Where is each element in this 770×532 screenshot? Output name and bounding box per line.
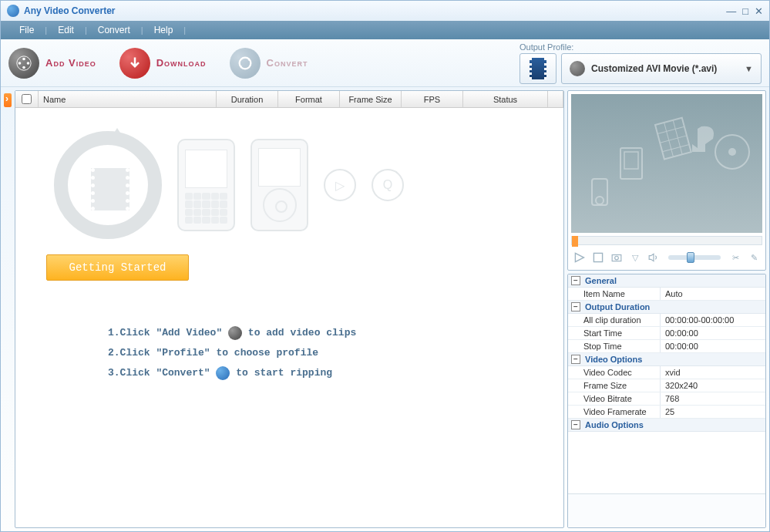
section-video-options[interactable]: −Video Options [568,353,765,366]
inline-convert-icon [216,366,230,380]
svg-point-4 [18,62,22,65]
prop-stop-time[interactable]: Stop Time00:00:00 [568,340,765,353]
menu-file[interactable]: File [8,25,45,35]
section-output-duration[interactable]: −Output Duration [568,301,765,314]
download-label: Download [156,57,207,69]
col-format[interactable]: Format [278,91,340,107]
svg-point-2 [27,62,30,65]
preview-box: ▽ ✂ ✎ [567,90,766,271]
play-button[interactable] [573,251,587,264]
settings-button[interactable]: ✎ [747,251,761,264]
gear-icon [570,61,585,76]
instructions: 1.Click "Add Video" to add video clips 2… [108,323,548,383]
prop-item-name[interactable]: Item NameAuto [568,288,765,301]
col-checkbox [15,91,39,107]
prop-frame-size[interactable]: Frame Size320x240 [568,379,765,392]
properties-footer [568,493,765,527]
maximize-button[interactable]: □ [742,5,748,17]
menu-edit[interactable]: Edit [47,25,85,35]
menu-help[interactable]: Help [143,25,184,35]
phone-device-icon [177,139,235,231]
prop-all-clip-duration[interactable]: All clip duration00:00:00-00:00:00 [568,314,765,327]
properties-scroll[interactable]: −General Item NameAuto −Output Duration … [568,274,765,493]
profile-select[interactable]: Customized AVI Movie (*.avi) ▼ [561,53,762,84]
convert-icon [230,48,261,79]
profile-icon-button[interactable] [519,53,556,84]
col-fps[interactable]: FPS [402,91,463,107]
app-window: Any Video Converter — □ ✕ File| Edit| Co… [0,0,770,532]
volume-button[interactable] [647,251,661,264]
menu-convert[interactable]: Convert [87,25,141,35]
svg-point-6 [596,197,604,204]
svg-point-3 [22,66,25,69]
section-general[interactable]: −General [568,274,765,288]
placeholder-illustration: ▷ Q [54,131,548,239]
menubar: File| Edit| Convert| Help| [1,21,769,39]
snapshot-button[interactable] [610,251,624,264]
instruction-2: 2.Click "Profile" to choose profile [108,343,548,363]
collapse-icon[interactable]: − [571,355,580,364]
col-status[interactable]: Status [463,91,548,107]
col-frame-size[interactable]: Frame Size [340,91,402,107]
table-body: ▷ Q Getting Started 1.Click "Add Video" … [15,108,563,527]
svg-line-11 [660,136,687,143]
col-duration[interactable]: Duration [217,91,278,107]
right-panel: ▽ ✂ ✎ −General Item NameAuto −Output Dur… [567,90,766,528]
app-title: Any Video Converter [24,5,115,16]
prop-video-codec[interactable]: Video Codecxvid [568,366,765,379]
titlebar: Any Video Converter — □ ✕ [1,1,769,21]
collapse-icon[interactable]: − [571,420,580,429]
cut-button[interactable]: ✂ [728,251,742,264]
minimize-button[interactable]: — [726,5,736,17]
toolbar: Add Video Download Convert Output Profil… [1,39,769,87]
add-video-button[interactable]: Add Video [8,48,96,79]
volume-thumb[interactable] [687,252,694,263]
svg-line-10 [657,126,684,133]
player-controls: ▽ ✂ ✎ [571,248,762,267]
play-circle-icon: ▷ [324,169,356,201]
output-profile-area: Output Profile: Customized AVI Movie (*.… [519,42,762,84]
instruction-1: 1.Click "Add Video" to add video clips [108,323,548,343]
svg-line-12 [662,144,689,151]
inline-film-icon [228,326,242,340]
chevron-down-icon: ▼ [745,64,753,73]
section-audio-options[interactable]: −Audio Options [568,419,765,432]
col-name[interactable]: Name [39,91,217,107]
select-all-checkbox[interactable] [22,94,32,104]
svg-point-1 [22,57,25,60]
side-panel-handle[interactable] [4,93,12,107]
film-strip-icon [530,58,546,79]
window-controls: — □ ✕ [726,5,763,17]
seek-slider[interactable] [571,236,762,245]
prop-start-time[interactable]: Start Time00:00:00 [568,327,765,340]
stop-button[interactable] [591,251,605,264]
convert-button[interactable]: Convert [230,48,308,79]
svg-rect-8 [624,152,638,169]
convert-label: Convert [267,57,308,69]
output-profile-label: Output Profile: [519,42,762,52]
refresh-circle-icon [54,131,162,239]
properties-panel: −General Item NameAuto −Output Duration … [567,274,766,528]
col-extra [548,91,563,107]
preview-area [571,94,762,233]
collapse-icon[interactable]: − [571,276,580,285]
download-icon [119,48,150,79]
collapse-icon[interactable]: − [571,302,580,311]
prop-video-framerate[interactable]: Video Framerate25 [568,406,765,419]
app-icon [7,5,19,17]
svg-rect-7 [620,148,642,179]
seek-thumb[interactable] [572,236,578,247]
svg-rect-17 [593,253,602,261]
getting-started-button[interactable]: Getting Started [46,254,189,281]
svg-point-16 [728,148,736,156]
volume-slider[interactable] [668,255,721,260]
prop-video-bitrate[interactable]: Video Bitrate768 [568,392,765,406]
instruction-3: 3.Click "Convert" to start ripping [108,363,548,383]
add-video-label: Add Video [45,57,96,69]
expand-button[interactable]: ▽ [628,251,642,264]
svg-rect-9 [655,118,691,160]
content-area: Name Duration Format Frame Size FPS Stat… [1,87,769,531]
main-panel: Name Duration Format Frame Size FPS Stat… [15,90,564,528]
download-button[interactable]: Download [119,48,207,79]
close-button[interactable]: ✕ [755,5,763,17]
